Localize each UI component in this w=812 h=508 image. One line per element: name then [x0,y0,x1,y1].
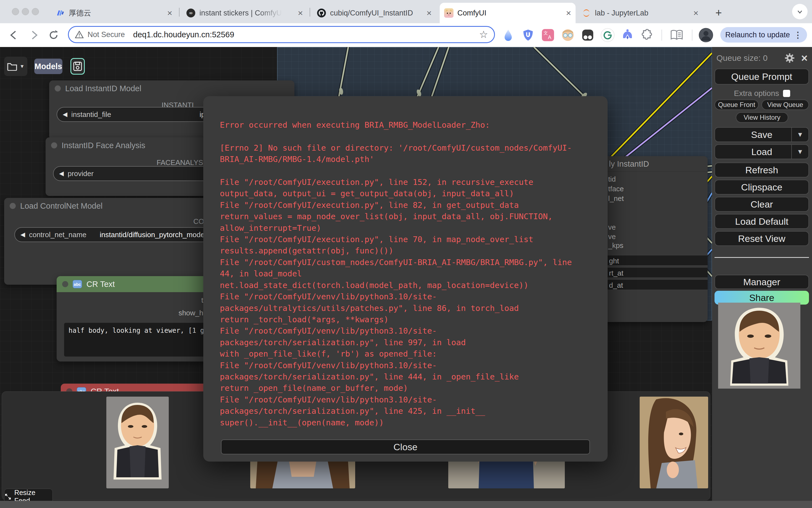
prompt-textarea[interactable]: half body, looking at viewer, [1 girl] [64,323,206,356]
comfyui-favicon [444,8,453,18]
shield-extension-icon[interactable] [521,28,535,42]
feed-image-smiling-girl[interactable] [640,396,708,489]
save-dropdown-arrow[interactable]: ▼ [791,128,808,141]
url-text[interactable]: deq1.dc.houdeyun.cn:52569 [133,30,234,39]
tab-close-icon[interactable]: × [298,8,303,18]
tab-separator [179,8,180,16]
kebab-menu-icon[interactable]: ⋮ [794,30,802,40]
back-button[interactable] [8,29,20,41]
node-title: Load ControlNet Model [20,202,102,211]
chevron-down-icon [796,8,804,15]
folder-icon [7,62,17,71]
address-bar[interactable]: Not Secure deq1.dc.houdeyun.cn:52569 ☆ [68,26,495,43]
tab-search-chevron[interactable] [792,4,808,19]
node-title: CR Text [87,280,115,289]
workflow-folder-button[interactable]: ▼ [4,57,27,76]
sidebar-divider [715,257,809,258]
refresh-button[interactable]: Refresh [715,163,809,177]
node-cr-text-green[interactable]: abc CR Text t show_h half body, looking … [57,276,207,362]
forward-button[interactable] [28,29,40,41]
tab-close-icon[interactable]: × [693,8,699,18]
grammarly-extension-icon[interactable] [601,28,615,42]
save-button[interactable]: Save ▼ [715,127,809,142]
models-label: Models [35,62,62,71]
node-header[interactable]: abc CR Text [57,276,207,292]
tab-close-icon[interactable]: × [426,8,432,18]
tab-title: instant stickers | ComfyUI Wo [199,9,282,17]
node-title-fragment: ly InstantID [609,160,649,169]
not-secure-warning-icon [75,30,84,39]
queue-prompt-button[interactable]: Queue Prompt [715,69,809,85]
output-label-fragment: t [201,296,203,305]
extra-options-label: Extra options [734,89,779,98]
close-panel-icon[interactable]: × [801,52,808,65]
clipspace-button[interactable]: Clipspace [715,180,809,195]
close-button[interactable]: Close [221,439,590,454]
collapse-dot-icon[interactable] [55,85,61,91]
new-tab-button[interactable]: + [712,5,726,20]
tab-jupyterlab[interactable]: lab - JupyterLab × [577,5,703,21]
browser-tab-bar: 厚德云 × ∞ instant stickers | ComfyUI Wo × … [0,0,812,23]
dark-badge-extension-icon[interactable] [581,28,595,42]
node-title: Load InstantID Model [65,84,141,93]
load-dropdown-arrow[interactable]: ▼ [791,145,808,159]
blue-helmet-extension-icon[interactable] [620,28,635,42]
tab-comfyui-active[interactable]: ComfyUI × [440,3,576,23]
macos-close-button[interactable] [12,8,19,15]
collapse-dot-icon[interactable] [10,203,16,209]
feed-image-elon-sticker[interactable] [106,396,169,489]
input-label-instantid: tid [608,175,616,183]
collapse-dot-icon[interactable] [51,142,57,149]
tab-houdeyun[interactable]: 厚德云 × [51,5,177,21]
view-history-button[interactable]: View History [736,112,788,123]
jupyter-favicon [582,8,591,18]
svg-text:文: 文 [543,31,548,35]
tab-title: 厚德云 [69,8,91,18]
manager-button[interactable]: Manager [715,275,809,289]
clear-button[interactable]: Clear [715,197,809,212]
latest-output-preview[interactable] [718,303,800,389]
tab-close-icon[interactable]: × [566,8,571,18]
show-help-label-fragment: show_h [179,309,203,317]
settings-gear-icon[interactable] [784,52,795,64]
save-workflow-button[interactable] [70,58,85,75]
tab-title: ComfyUI [458,9,486,17]
prev-arrow-icon[interactable]: ◀ [63,111,67,118]
profile-avatar[interactable] [699,28,713,42]
reload-button[interactable] [48,29,60,41]
output-label: FACEANALYS [157,158,203,167]
tab-separator [309,8,310,16]
view-queue-button[interactable]: View Queue [761,99,809,110]
queue-size-label: Queue size: 0 [716,53,768,63]
prev-arrow-icon[interactable]: ◀ [59,170,64,177]
error-dialog: Error occurred when executing BRIA_RMBG_… [203,96,608,462]
reset-view-button[interactable]: Reset View [715,231,809,246]
collapse-dot-icon[interactable] [62,281,68,287]
relaunch-to-update-button[interactable]: Relaunch to update ⋮ [720,27,807,43]
reading-list-icon[interactable] [669,28,684,42]
widget-label: control_net_name [29,230,87,239]
water-drop-extension-icon[interactable] [501,28,515,42]
tab-instant-stickers[interactable]: ∞ instant stickers | ComfyUI Wo × [182,5,307,21]
node-header[interactable]: Load InstantID Model [49,80,294,96]
toolbar-divider [662,30,662,41]
macos-zoom-button[interactable] [32,8,39,15]
bookmark-star-icon[interactable]: ☆ [479,29,488,40]
relaunch-label: Relaunch to update [725,31,790,39]
load-default-button[interactable]: Load Default [715,214,809,229]
puzzle-extensions-icon[interactable] [640,28,655,42]
extra-options-checkbox[interactable] [783,90,790,97]
tab-close-icon[interactable]: × [167,8,172,18]
abc-text-icon: abc [73,280,82,288]
node-title: InstantID Face Analysis [61,141,145,150]
queue-front-button[interactable]: Queue Front [715,99,759,110]
macos-minimize-button[interactable] [22,8,29,15]
models-button[interactable]: Models [34,58,62,74]
tab-github-instantid[interactable]: cubiq/ComfyUI_InstantID × [313,5,436,21]
input-label-image-kps: _kps [608,241,623,250]
widget-label: instantid_file [71,110,111,119]
translate-extension-icon[interactable]: 文A [541,28,555,42]
emoji-face-extension-icon[interactable] [561,28,575,42]
prev-arrow-icon[interactable]: ◀ [20,231,25,238]
load-button[interactable]: Load ▼ [715,144,809,159]
